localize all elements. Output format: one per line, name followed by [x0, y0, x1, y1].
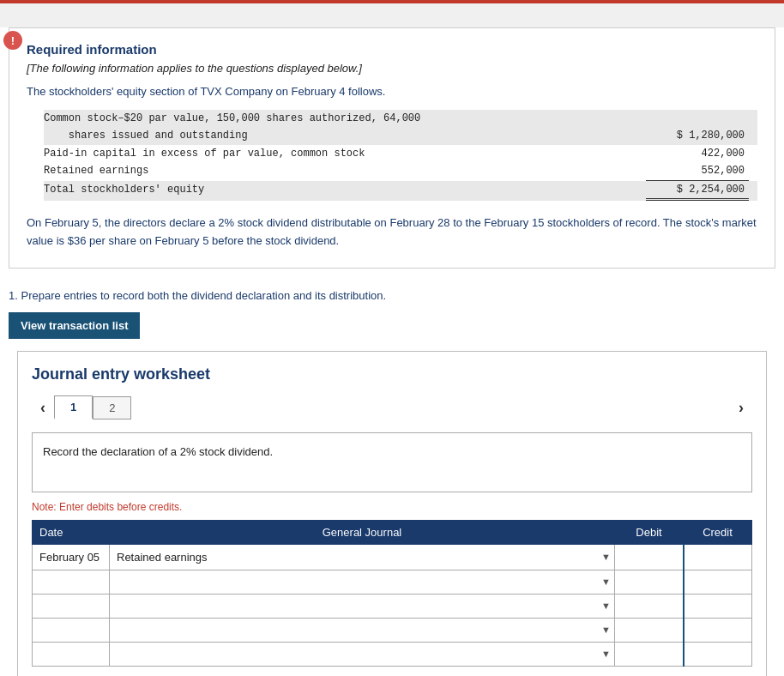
credit-cell[interactable]: [684, 544, 752, 570]
info-section: Required information [The following info…: [9, 27, 775, 269]
tab-prev-button[interactable]: ‹: [32, 395, 54, 420]
tab-navigation: ‹ 1 2 ›: [32, 395, 752, 420]
col-header-debit: Debit: [615, 520, 684, 544]
tab-next-button[interactable]: ›: [730, 395, 752, 420]
col-header-date: Date: [33, 520, 110, 544]
general-journal-cell[interactable]: ▼: [110, 570, 615, 594]
entry-text: Retained earnings: [117, 551, 208, 564]
credit-cell[interactable]: [684, 594, 752, 618]
required-info-title: Required information: [27, 42, 757, 57]
date-cell: [33, 642, 110, 666]
table-row: ▼: [33, 570, 752, 594]
date-cell: [33, 618, 110, 642]
debit-cell[interactable]: [615, 544, 684, 570]
worksheet-container: Journal entry worksheet ‹ 1 2 › Record t…: [17, 351, 767, 676]
equity-row: Retained earnings 552,000: [44, 162, 757, 180]
question-body: Prepare entries to record both the divid…: [21, 289, 386, 302]
dropdown-icon[interactable]: ▼: [601, 552, 611, 562]
date-cell: [33, 570, 110, 594]
dropdown-icon[interactable]: ▼: [601, 625, 611, 635]
date-cell: February 05: [33, 544, 110, 570]
journal-table: Date General Journal Debit Credit Februa…: [32, 520, 752, 667]
table-row: ▼: [33, 618, 752, 642]
intro-text: The stockholders' equity section of TVX …: [27, 85, 757, 98]
equity-row: Paid-in capital in excess of par value, …: [44, 145, 757, 162]
question-text: 1. Prepare entries to record both the di…: [9, 289, 775, 302]
credit-cell[interactable]: [684, 570, 752, 594]
credit-cell[interactable]: [684, 642, 752, 666]
debit-cell[interactable]: [615, 642, 684, 666]
record-instruction-box: Record the declaration of a 2% stock div…: [32, 432, 752, 492]
debit-cell[interactable]: [615, 570, 684, 594]
col-header-general-journal: General Journal: [110, 520, 615, 544]
dropdown-icon[interactable]: ▼: [601, 649, 611, 659]
general-journal-cell[interactable]: Retained earnings ▼: [110, 544, 615, 570]
question-number: 1.: [9, 289, 18, 302]
general-journal-cell[interactable]: ▼: [110, 642, 615, 666]
table-row: ▼: [33, 642, 752, 666]
tab-1[interactable]: 1: [54, 395, 93, 419]
general-journal-cell[interactable]: ▼: [110, 594, 615, 618]
equity-row: shares issued and outstanding $ 1,280,00…: [44, 127, 757, 144]
table-row: February 05 Retained earnings ▼: [33, 544, 752, 570]
table-row: ▼: [33, 594, 752, 618]
col-header-credit: Credit: [684, 520, 752, 544]
alert-icon: !: [3, 31, 22, 50]
record-instruction-text: Record the declaration of a 2% stock div…: [43, 445, 273, 458]
general-journal-cell[interactable]: ▼: [110, 618, 615, 642]
equity-row-total: Total stockholders' equity $ 2,254,000: [44, 181, 757, 201]
debit-cell[interactable]: [615, 618, 684, 642]
dropdown-icon[interactable]: ▼: [601, 601, 611, 611]
tab-2[interactable]: 2: [93, 396, 131, 419]
note-text: Note: Enter debits before credits.: [32, 501, 752, 513]
equity-table: Common stock–$20 par value, 150,000 shar…: [44, 110, 757, 201]
view-transaction-button[interactable]: View transaction list: [9, 312, 140, 339]
question-section: 1. Prepare entries to record both the di…: [0, 277, 784, 676]
debit-cell[interactable]: [615, 594, 684, 618]
subtitle-text: [The following information applies to th…: [27, 62, 757, 75]
description-text: On February 5, the directors declare a 2…: [27, 214, 757, 250]
dropdown-icon[interactable]: ▼: [601, 576, 611, 587]
date-cell: [33, 594, 110, 618]
equity-row: Common stock–$20 par value, 150,000 shar…: [44, 110, 757, 127]
worksheet-title: Journal entry worksheet: [32, 365, 752, 383]
credit-cell[interactable]: [684, 618, 752, 642]
